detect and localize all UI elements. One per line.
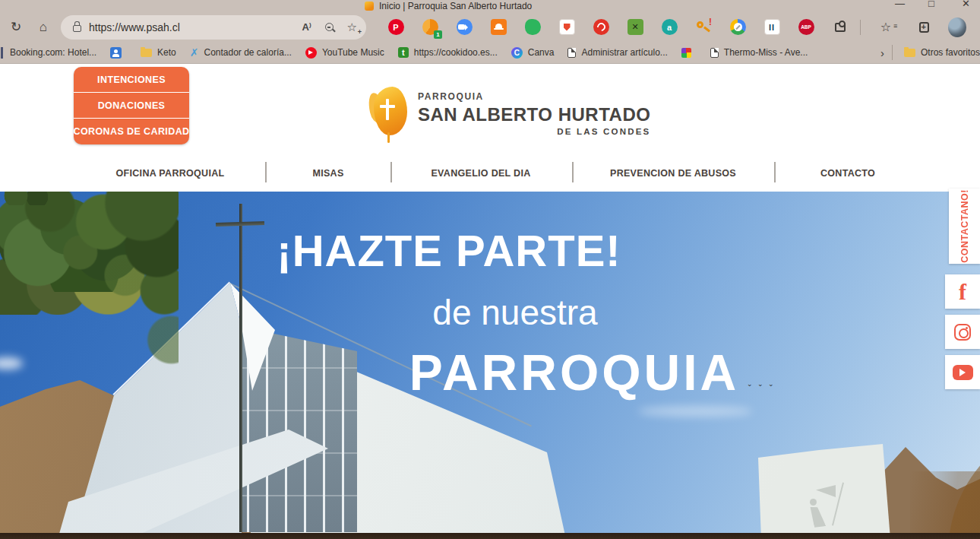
bookmark-youtube-music[interactable]: YouTube Music xyxy=(299,47,391,59)
logo-line-sub: DE LAS CONDES xyxy=(418,127,650,136)
pinterest-extension-icon[interactable]: P xyxy=(387,18,405,36)
favorites-bar: Booking.com: Hotel... Keto ✗Contador de … xyxy=(0,42,980,64)
minimize-button[interactable]: — xyxy=(895,0,905,9)
folder-icon xyxy=(141,49,152,57)
tab-title: Inicio | Parroquia San Alberto Hurtado xyxy=(379,1,532,11)
browser-window: Inicio | Parroquia San Alberto Hurtado —… xyxy=(0,0,980,539)
bookmark-thermomiss[interactable]: Thermo-Miss - Ave... xyxy=(703,47,814,58)
extension-badge: 1 xyxy=(434,30,442,39)
home-icon[interactable]: ⌂ xyxy=(33,17,53,37)
page-icon xyxy=(710,48,719,58)
close-button[interactable]: ✕ xyxy=(962,0,970,9)
bookmark-contador[interactable]: ✗Contador de caloría... xyxy=(183,46,299,59)
nav-divider xyxy=(774,162,776,182)
nav-divider xyxy=(390,162,392,182)
hero-line-1: ¡HAZTE PARTE! xyxy=(277,225,621,276)
nav-evangelio[interactable]: EVANGELIO DEL DIA xyxy=(431,168,530,179)
instagram-link[interactable] xyxy=(945,315,980,349)
canva-icon: C xyxy=(511,47,523,59)
key-extension-icon[interactable]: ! xyxy=(694,18,713,36)
cookidoo-icon: t xyxy=(398,47,409,58)
active-tab[interactable]: Inicio | Parroquia San Alberto Hurtado xyxy=(365,0,532,12)
site-header: INTENCIONES DONACIONES CORONAS DE CARIDA… xyxy=(0,64,980,192)
nav-divider xyxy=(265,162,267,182)
logo-line-top: PARROQUIA xyxy=(418,91,650,102)
favbar-divider xyxy=(892,45,893,60)
favorites-overflow-chevron[interactable]: › xyxy=(874,46,890,59)
bookmark-blue-profile[interactable] xyxy=(103,47,134,59)
folder-icon xyxy=(904,49,915,57)
url-text[interactable]: https://www.psah.cl xyxy=(89,21,302,33)
youtube-music-icon xyxy=(305,47,317,59)
tab-strip: Inicio | Parroquia San Alberto Hurtado —… xyxy=(0,0,980,12)
read-aloud-icon[interactable]: A) xyxy=(302,21,311,33)
bookmark-administrar[interactable]: Administrar artículo... xyxy=(561,47,674,58)
parish-logo-icon[interactable] xyxy=(371,85,409,144)
favorites-list-icon[interactable]: ☆≡ xyxy=(877,18,895,36)
youtube-icon xyxy=(953,365,973,380)
white-shield-extension-icon[interactable] xyxy=(558,18,576,36)
maximize-button[interactable]: □ xyxy=(928,0,934,9)
parish-logo-text[interactable]: PARROQUIA SAN ALBERTO HURTADO DE LAS CON… xyxy=(418,91,650,136)
zoom-out-icon[interactable] xyxy=(325,23,334,31)
nav-contacto[interactable]: CONTACTO xyxy=(820,168,875,179)
rainbow-grid-icon xyxy=(681,48,691,58)
nav-misas[interactable]: MISAS xyxy=(312,168,343,179)
add-favorite-icon[interactable]: ☆+ xyxy=(347,21,357,34)
otros-favoritos[interactable]: Otros favoritos xyxy=(897,47,980,58)
incognito-extension-icon[interactable] xyxy=(489,18,507,36)
foliage-top-left xyxy=(0,192,53,205)
logo-line-main: SAN ALBERTO HURTADO xyxy=(418,104,650,125)
facebook-link[interactable]: f xyxy=(945,274,980,309)
nav-prevencion[interactable]: PREVENCION DE ABUSOS xyxy=(610,168,736,179)
orange-swirl-extension-icon[interactable]: 1 xyxy=(421,18,439,36)
toolbar-divider xyxy=(860,20,861,35)
wall-watermark-figure xyxy=(790,480,874,535)
menu-item-coronas[interactable]: CORONAS DE CARIDAD xyxy=(74,119,189,144)
youtube-link[interactable] xyxy=(945,355,980,389)
browser-toolbar: ↻ ⌂ https://www.psah.cl A) ☆+ P 1 ✕ a ! … xyxy=(0,12,980,42)
lock-icon xyxy=(73,25,81,32)
menu-item-donaciones[interactable]: DONACIONES xyxy=(74,93,189,119)
church-cross-icon xyxy=(239,204,242,532)
nav-oficina-parroquial[interactable]: OFICINA PARROQUIAL xyxy=(116,168,225,179)
reload-icon[interactable]: ↻ xyxy=(6,17,26,37)
collections-icon[interactable] xyxy=(915,18,933,36)
page-icon xyxy=(567,48,576,58)
contact-side-tab[interactable]: CONTACTANO! xyxy=(949,189,980,264)
logo-cross-icon xyxy=(386,99,389,120)
profile-avatar[interactable] xyxy=(948,18,966,36)
bookmark-folder-keto[interactable]: Keto xyxy=(134,47,183,58)
nav-divider xyxy=(572,162,574,182)
hero-line-3: PARROQUIA xyxy=(409,344,739,401)
profile-bookmark-icon xyxy=(110,47,122,59)
evernote-extension-icon[interactable] xyxy=(523,18,542,36)
zoom-extension-icon[interactable] xyxy=(455,18,473,36)
footer-strip xyxy=(0,533,980,539)
adblock-plus-extension-icon[interactable]: ABP xyxy=(797,18,815,36)
bookmark-canva[interactable]: CCanva xyxy=(504,47,561,59)
address-bar[interactable]: https://www.psah.cl A) ☆+ xyxy=(61,15,366,40)
compass-extension-icon[interactable] xyxy=(729,18,747,36)
bookmark-rainbow[interactable] xyxy=(675,48,703,58)
quick-menu: INTENCIONES DONACIONES CORONAS DE CARIDA… xyxy=(74,67,189,144)
hero-line-2: de nuestra xyxy=(432,292,597,333)
red-swirl-extension-icon[interactable] xyxy=(592,18,610,36)
menu-item-intenciones[interactable]: INTENCIONES xyxy=(74,67,189,93)
extensions-puzzle-icon[interactable] xyxy=(831,18,849,36)
site-favicon-icon xyxy=(365,2,374,11)
foliage-top-right xyxy=(0,192,179,382)
bookmark-booking[interactable]: Booking.com: Hotel... xyxy=(3,47,103,58)
green-x-extension-icon[interactable]: ✕ xyxy=(626,18,644,36)
amazon-assistant-extension-icon[interactable]: a xyxy=(660,18,678,36)
hero-banner: ⌄ ⌄ ⌄ ¡HAZTE PARTE! de nuestra PARROQUIA xyxy=(0,192,980,539)
archive-extension-icon[interactable]: II xyxy=(763,18,781,36)
instagram-icon xyxy=(954,324,971,341)
figure-icon: ✗ xyxy=(190,46,199,59)
bookmark-cookidoo[interactable]: thttps://cookidoo.es... xyxy=(391,47,504,58)
facebook-icon: f xyxy=(959,279,966,305)
birds: ⌄ ⌄ ⌄ xyxy=(747,380,776,388)
